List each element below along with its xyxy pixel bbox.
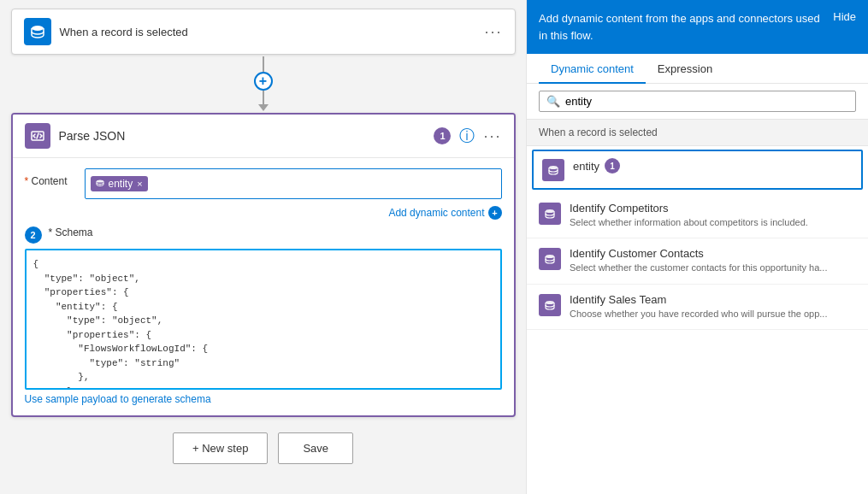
info-icon[interactable]: ⓘ <box>459 126 475 146</box>
connector-line-top <box>263 56 264 72</box>
parse-step-badge: 1 <box>434 127 451 144</box>
search-input-wrapper: 🔍 <box>539 91 856 112</box>
content-field-row: * Content entity × <box>25 168 502 199</box>
trigger-title: When a record is selected <box>60 26 188 38</box>
new-step-button[interactable]: + New step <box>173 432 268 464</box>
save-button[interactable]: Save <box>278 432 353 464</box>
hide-button[interactable]: Hide <box>833 10 856 23</box>
right-tabs: Dynamic content Expression <box>527 54 868 84</box>
schema-label: * Schema <box>49 225 93 238</box>
item-desc-customer-contacts: Select whether the customer contacts for… <box>570 262 856 274</box>
item-title-customer-contacts: Identify Customer Contacts <box>570 247 856 260</box>
right-panel: Add dynamic content from the apps and co… <box>526 0 868 494</box>
add-dynamic-row: Add dynamic content + <box>25 206 502 220</box>
item-icon-competitors <box>539 203 561 225</box>
item-step-badge-entity: 1 <box>605 158 620 173</box>
trigger-block: When a record is selected ··· <box>11 9 516 55</box>
connector: + <box>254 56 273 111</box>
parse-header-left: Parse JSON <box>25 123 126 149</box>
chip-db-icon <box>96 179 104 189</box>
search-box: 🔍 <box>527 84 868 120</box>
parse-title: Parse JSON <box>59 129 126 143</box>
when-selected-header: When a record is selected <box>527 120 868 146</box>
svg-point-3 <box>549 166 558 169</box>
dynamic-items: entity 1 Identify Competitors Select whe… <box>527 146 868 494</box>
svg-point-6 <box>546 301 554 304</box>
trigger-icon <box>24 18 51 45</box>
svg-point-2 <box>97 180 103 183</box>
item-icon-entity <box>542 159 564 181</box>
parse-header: Parse JSON 1 ⓘ ··· <box>13 115 514 158</box>
schema-badge: 2 <box>25 226 42 244</box>
dynamic-item-competitors[interactable]: Identify Competitors Select whether info… <box>527 193 868 238</box>
bottom-buttons: + New step Save <box>173 432 353 464</box>
schema-textarea[interactable]: { "type": "object", "properties": { "ent… <box>25 249 502 390</box>
tab-expression[interactable]: Expression <box>646 54 724 84</box>
schema-row: 2 * Schema <box>25 225 502 244</box>
content-input[interactable]: entity × <box>85 168 502 199</box>
item-content-customer-contacts: Identify Customer Contacts Select whethe… <box>570 247 856 274</box>
item-content-sales-team: Identify Sales Team Choose whether you h… <box>570 293 856 321</box>
add-dynamic-button[interactable]: Add dynamic content + <box>388 206 501 220</box>
item-title-entity: entity 1 <box>573 158 853 173</box>
parse-body: * Content entity × <box>13 158 514 415</box>
item-icon-customer-contacts <box>539 248 561 270</box>
parse-dots-menu[interactable]: ··· <box>483 127 501 145</box>
svg-point-4 <box>546 209 554 213</box>
item-title-sales-team: Identify Sales Team <box>570 293 856 306</box>
item-desc-competitors: Select whether information about competi… <box>570 216 856 229</box>
svg-point-5 <box>546 255 554 258</box>
svg-point-0 <box>32 26 44 31</box>
trigger-left: When a record is selected <box>24 18 188 45</box>
connector-plus-button[interactable]: + <box>254 72 273 91</box>
tab-dynamic-content[interactable]: Dynamic content <box>539 54 646 84</box>
dynamic-item-sales-team[interactable]: Identify Sales Team Choose whether you h… <box>527 285 868 330</box>
left-panel: When a record is selected ··· + Parse JS <box>0 0 526 494</box>
token-close-icon[interactable]: × <box>137 179 142 189</box>
item-desc-sales-team: Choose whether you have recorded who wil… <box>570 308 856 321</box>
parse-icon <box>25 123 50 149</box>
parse-block: Parse JSON 1 ⓘ ··· * Content <box>11 113 516 417</box>
right-header: Add dynamic content from the apps and co… <box>527 0 868 54</box>
add-dynamic-text: Add dynamic content <box>388 207 484 219</box>
item-icon-sales-team <box>539 294 561 316</box>
item-content-competitors: Identify Competitors Select whether info… <box>570 202 856 229</box>
add-dynamic-plus-icon: + <box>488 206 502 220</box>
dynamic-item-customer-contacts[interactable]: Identify Customer Contacts Select whethe… <box>527 238 868 284</box>
search-input[interactable] <box>565 95 848 108</box>
parse-header-right: 1 ⓘ ··· <box>434 126 501 146</box>
token-label: entity <box>109 178 133 190</box>
item-content-entity: entity 1 <box>573 158 853 173</box>
dynamic-item-entity[interactable]: entity 1 <box>532 150 863 190</box>
trigger-dots-menu[interactable]: ··· <box>484 23 502 41</box>
entity-token[interactable]: entity × <box>91 176 148 191</box>
content-label: * Content <box>25 168 85 187</box>
connector-arrow <box>258 104 269 111</box>
item-title-competitors: Identify Competitors <box>570 202 856 215</box>
search-icon: 🔍 <box>546 95 560 108</box>
sample-payload-link[interactable]: Use sample payload to generate schema <box>25 393 502 405</box>
right-header-text: Add dynamic content from the apps and co… <box>539 10 824 44</box>
